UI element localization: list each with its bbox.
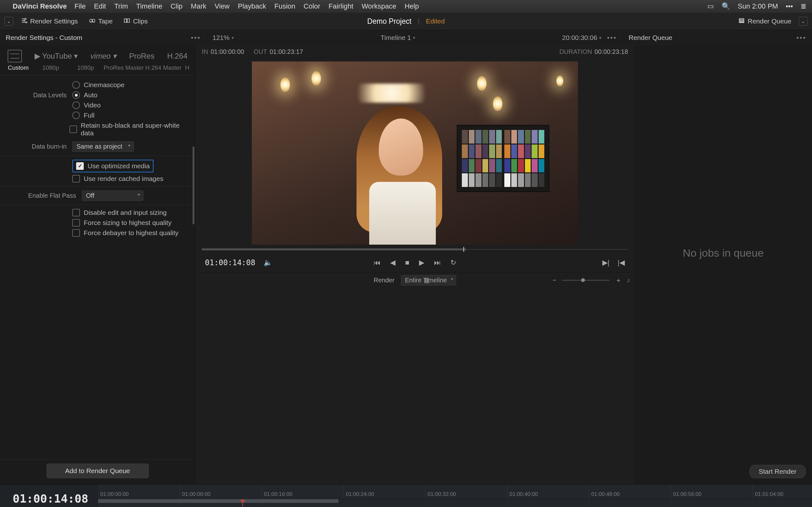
render-settings-title: Render Settings - Custom (6, 34, 83, 42)
preset-labels: Custom 1080p 1080p ProRes Master H.264 M… (0, 64, 195, 75)
settings-scrollbar[interactable] (193, 147, 194, 224)
check-use-cached[interactable] (72, 175, 80, 182)
radio-auto[interactable] (72, 91, 80, 99)
overflow-icon[interactable]: ••• (786, 2, 793, 10)
viewer-timecode[interactable]: 01:00:14:08 (205, 258, 255, 267)
menu-fusion[interactable]: Fusion (274, 2, 295, 10)
app-name[interactable]: DaVinci Resolve (13, 2, 67, 10)
svg-rect-8 (740, 20, 744, 21)
sliders-icon (20, 17, 28, 26)
render-queue-title: Render Queue (629, 34, 672, 42)
viewer-zoom[interactable]: 121% (212, 34, 234, 42)
check-disable-sizing[interactable] (72, 209, 80, 216)
preset-label-vm1080[interactable]: 1080p (68, 64, 103, 71)
menu-workspace[interactable]: Workspace (362, 2, 397, 10)
check-force-debayer[interactable] (72, 229, 80, 237)
add-to-render-queue-button[interactable]: Add to Render Queue (47, 464, 149, 478)
program-viewer[interactable] (252, 61, 578, 245)
menu-file[interactable]: File (74, 2, 86, 10)
render-settings-toggle[interactable]: Render Settings (17, 15, 82, 27)
control-center-icon[interactable]: ▭ (707, 2, 714, 10)
tape-toggle[interactable]: Tape (85, 15, 116, 27)
preset-label-custom[interactable]: Custom (3, 64, 33, 71)
preset-youtube[interactable]: ▶ YouTube ▾ (35, 52, 78, 60)
panel-header-row: Render Settings - Custom ••• 121% Timeli… (0, 30, 812, 45)
queue-icon (738, 17, 745, 26)
timeline-zoom-slider[interactable] (562, 280, 610, 281)
menu-clip[interactable]: Clip (171, 2, 183, 10)
menu-trim[interactable]: Trim (114, 2, 128, 10)
render-settings-menu[interactable]: ••• (191, 34, 201, 42)
in-out-bar: IN01:00:00:00 OUT01:00:23:17 DURATION00:… (195, 45, 635, 58)
loop-icon[interactable]: ↻ (450, 259, 456, 267)
clock[interactable]: Sun 2:00 PM (738, 2, 778, 10)
svg-rect-9 (740, 22, 744, 22)
macos-menubar: DaVinci Resolve File Edit Trim Timeline … (0, 0, 812, 13)
timeline-timecode[interactable]: 01:00:14:08 (0, 485, 98, 507)
out-label: OUT (254, 48, 267, 55)
viewer-menu[interactable]: ••• (607, 34, 617, 42)
preset-label-prores[interactable]: ProRes Master (103, 64, 144, 71)
timeline-tracks[interactable]: 01:00:00:00 01:00:08:00 01:00:16:00 01:0… (98, 485, 812, 507)
preset-h264[interactable]: H.264 (167, 52, 188, 60)
render-scope-row: Render Entire Timeline ▦ − ＋ ♪ (195, 273, 635, 287)
next-clip-icon[interactable]: ▶| (602, 259, 610, 267)
preset-label-yt1080[interactable]: 1080p (33, 64, 68, 71)
svg-point-1 (24, 20, 25, 21)
playhead[interactable] (242, 503, 243, 507)
timeline-ruler[interactable]: 01:00:00:00 01:00:08:00 01:00:16:00 01:0… (98, 485, 812, 499)
out-timecode[interactable]: 01:00:23:17 (270, 48, 303, 55)
render-queue-menu[interactable]: ••• (797, 34, 806, 42)
radio-video[interactable] (72, 101, 80, 109)
stop-icon[interactable]: ■ (405, 259, 409, 267)
in-timecode[interactable]: 01:00:00:00 (211, 48, 244, 55)
check-use-optimized-wrap[interactable]: Use optimized media (72, 160, 154, 172)
track-headers: 01:00:14:08 V2Video 2 0 Clip V1Video 1 6… (0, 485, 98, 507)
check-force-sizing[interactable] (72, 219, 80, 227)
select-burn-in[interactable]: Same as project (72, 141, 134, 152)
start-render-button[interactable]: Start Render (750, 465, 806, 478)
go-last-icon[interactable]: ⏭ (434, 259, 441, 267)
menu-playback[interactable]: Playback (238, 2, 266, 10)
toolbar-left-dropdown[interactable]: ⌄ (4, 17, 13, 26)
zoom-out-icon[interactable]: − (553, 277, 556, 284)
menu-fairlight[interactable]: Fairlight (328, 2, 353, 10)
spotlight-icon[interactable]: 🔍 (722, 2, 730, 10)
step-back-icon[interactable]: ◀ (390, 259, 396, 267)
label-burn-in: Data burn-in (6, 143, 72, 150)
menu-help[interactable]: Help (405, 2, 419, 10)
render-queue-toggle[interactable]: Render Queue (734, 15, 795, 27)
check-retain[interactable] (69, 125, 77, 133)
list-icon[interactable]: ≣ (801, 2, 806, 10)
in-label: IN (202, 48, 208, 55)
menu-edit[interactable]: Edit (94, 2, 106, 10)
go-first-icon[interactable]: ⏮ (374, 259, 380, 267)
menu-timeline[interactable]: Timeline (136, 2, 162, 10)
preset-vimeo[interactable]: vimeo ▾ (90, 52, 116, 60)
toolbar-right-dropdown[interactable]: ⌄ (799, 17, 808, 26)
check-use-optimized[interactable] (76, 162, 84, 170)
svg-rect-6 (127, 19, 130, 22)
menu-view[interactable]: View (214, 2, 229, 10)
mute-icon[interactable]: 🔈 (264, 259, 272, 267)
thumbnail-view-icon[interactable]: ▦ (424, 276, 430, 284)
preset-custom-icon[interactable] (8, 50, 22, 62)
preset-label-h264[interactable]: H.264 Master (144, 64, 183, 71)
menu-color[interactable]: Color (304, 2, 320, 10)
radio-cinemascope[interactable] (72, 81, 80, 89)
prev-clip-icon[interactable]: |◀ (618, 259, 625, 267)
zoom-in-icon[interactable]: ＋ (615, 276, 622, 285)
select-flat-pass[interactable]: Off (82, 190, 143, 201)
play-icon[interactable]: ▶ (419, 259, 424, 267)
project-status: Edited (426, 17, 445, 25)
audio-meter-icon[interactable]: ♪ (627, 277, 630, 284)
render-range-bar[interactable] (98, 499, 812, 503)
clips-toggle[interactable]: Clips (120, 15, 151, 27)
viewer-scrub-bar[interactable] (202, 246, 628, 253)
project-duration[interactable]: 20:00:30:06 (562, 34, 601, 42)
preset-prores[interactable]: ProRes (129, 52, 154, 60)
timeline-selector[interactable]: Timeline 1 (380, 34, 415, 42)
radio-full[interactable] (72, 112, 80, 119)
menu-mark[interactable]: Mark (191, 2, 206, 10)
preset-label-more[interactable]: H (183, 64, 192, 71)
